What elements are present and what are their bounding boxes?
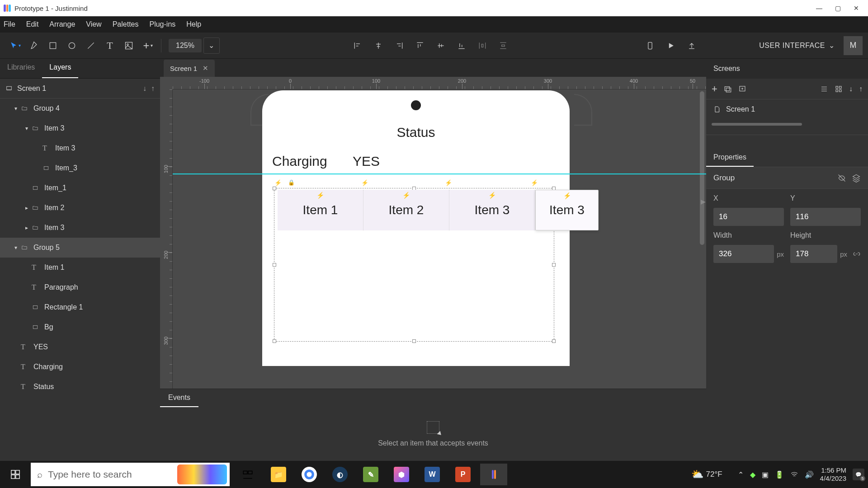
status-title-text[interactable]: Status	[396, 125, 435, 140]
app-icon-2[interactable]: ✎	[357, 464, 384, 485]
justinmind-taskbar-icon[interactable]	[480, 464, 507, 485]
tab-screens[interactable]: Screens	[713, 65, 740, 73]
task-view-icon[interactable]	[234, 464, 261, 485]
file-explorer-icon[interactable]: 📁	[265, 464, 292, 485]
app-icon-1[interactable]: ◐	[326, 464, 354, 485]
link-dimensions-icon[interactable]	[853, 250, 861, 258]
collapse-right-icon[interactable]: ▶	[701, 198, 706, 205]
menu-help[interactable]: Help	[186, 20, 201, 28]
tab-libraries[interactable]: Libraries	[0, 59, 42, 78]
list-item[interactable]: ⚡Item 3	[449, 190, 535, 230]
layer-item[interactable]: TStatus	[0, 377, 160, 397]
menu-palettes[interactable]: Palettes	[113, 20, 139, 28]
device-preview-icon[interactable]	[641, 36, 660, 55]
layer-item[interactable]: TItem 1	[0, 258, 160, 277]
align-left-icon[interactable]	[348, 36, 367, 55]
prop-height-input[interactable]: 178	[790, 245, 837, 263]
tab-layers[interactable]: Layers	[42, 59, 78, 78]
list-item-dragged[interactable]: ⚡Item 3	[535, 190, 599, 230]
add-tool-icon[interactable]: +▾	[138, 36, 157, 55]
resize-handle[interactable]	[273, 339, 276, 343]
menu-file[interactable]: File	[4, 20, 15, 28]
duplicate-screen-icon[interactable]	[724, 85, 732, 93]
window-minimize-button[interactable]: —	[816, 5, 822, 12]
rectangle-tool-icon[interactable]	[43, 36, 62, 55]
align-middle-v-icon[interactable]	[431, 36, 450, 55]
word-icon[interactable]: W	[419, 464, 446, 485]
zoom-level[interactable]: 125%	[169, 39, 202, 52]
upload-icon[interactable]	[682, 36, 701, 55]
distribute-v-icon[interactable]	[494, 36, 513, 55]
ui-mode-label[interactable]: USER INTERFACE	[759, 42, 825, 50]
prop-y-input[interactable]: 116	[790, 208, 861, 226]
chevron-icon[interactable]: ▾	[14, 244, 21, 251]
layer-item[interactable]: TParagraph	[0, 277, 160, 297]
move-down-icon[interactable]: ↓	[143, 84, 146, 93]
ui-mode-chevron-icon[interactable]: ⌄	[829, 41, 835, 50]
app-icon-3[interactable]: ⬢	[388, 464, 415, 485]
layer-item[interactable]: ▸Item 3	[0, 218, 160, 238]
layer-item[interactable]: ▾Item 3	[0, 118, 160, 138]
resize-handle[interactable]	[552, 263, 556, 267]
line-tool-icon[interactable]	[81, 36, 100, 55]
chrome-icon[interactable]	[296, 464, 323, 485]
powerpoint-icon[interactable]: P	[449, 464, 476, 485]
resize-handle[interactable]	[552, 339, 556, 343]
layer-item[interactable]: Bg	[0, 317, 160, 337]
pen-tool-icon[interactable]	[24, 36, 43, 55]
resize-handle[interactable]	[273, 263, 276, 267]
list-view-icon[interactable]	[820, 85, 828, 93]
play-icon[interactable]	[661, 36, 680, 55]
layer-item[interactable]: Item_1	[0, 178, 160, 198]
layer-item[interactable]: Item_3	[0, 158, 160, 178]
layers-stack-icon[interactable]	[852, 174, 861, 183]
charging-label-text[interactable]: Charging	[272, 154, 327, 169]
grid-view-icon[interactable]	[835, 85, 843, 93]
prop-x-input[interactable]: 16	[713, 208, 784, 226]
list-item[interactable]: ⚡Item 1	[278, 190, 363, 230]
menu-plugins[interactable]: Plug-ins	[149, 20, 175, 28]
list-item[interactable]: ⚡Item 2	[363, 190, 449, 230]
add-screen-icon[interactable]: +	[712, 83, 717, 95]
taskbar-search[interactable]: ⌕ Type here to search	[31, 463, 230, 486]
chevron-icon[interactable]: ▸	[25, 205, 32, 211]
chevron-icon[interactable]: ▸	[25, 225, 32, 231]
new-folder-icon[interactable]	[738, 85, 746, 93]
tab-events[interactable]: Events	[160, 389, 198, 407]
tray-meet-icon[interactable]: ▣	[762, 470, 769, 479]
tray-app-icon[interactable]: ◆	[750, 470, 755, 479]
tab-properties[interactable]: Properties	[706, 149, 754, 167]
menu-view[interactable]: View	[86, 20, 101, 28]
align-center-h-icon[interactable]	[369, 36, 388, 55]
volume-icon[interactable]: 🔊	[805, 470, 814, 479]
align-bottom-icon[interactable]	[452, 36, 471, 55]
horizontal-ruler[interactable]: -100010020030040050	[173, 77, 706, 89]
layers-screen-header[interactable]: Screen 1 ↓ ↑	[0, 79, 160, 99]
yes-label-text[interactable]: YES	[353, 154, 380, 169]
select-tool-icon[interactable]: ▾	[5, 36, 24, 55]
window-close-button[interactable]: ✕	[854, 5, 859, 12]
weather-widget[interactable]: ⛅ 72°F	[691, 469, 722, 480]
prop-width-input[interactable]: 326	[713, 245, 774, 263]
battery-icon[interactable]: 🔋	[775, 470, 784, 479]
ellipse-tool-icon[interactable]	[62, 36, 81, 55]
tray-chevron-icon[interactable]: ⌃	[738, 470, 744, 479]
user-avatar[interactable]: M	[844, 36, 863, 55]
layer-item[interactable]: ▾Group 4	[0, 99, 160, 118]
sort-down-icon[interactable]: ↓	[849, 85, 853, 93]
text-tool-icon[interactable]: T	[100, 36, 119, 55]
screen-list-item[interactable]: Screen 1	[706, 99, 868, 119]
notifications-icon[interactable]: 💬	[853, 469, 864, 480]
window-maximize-button[interactable]: ▢	[835, 5, 841, 12]
horizontal-guide[interactable]	[173, 174, 706, 174]
layer-item[interactable]: TCharging	[0, 357, 160, 377]
zoom-dropdown-icon[interactable]: ⌄	[203, 38, 220, 54]
menu-arrange[interactable]: Arrange	[49, 20, 75, 28]
layer-item[interactable]: ▾Group 5	[0, 238, 160, 258]
layer-item[interactable]: Rectangle 1	[0, 297, 160, 317]
move-up-icon[interactable]: ↑	[151, 84, 155, 93]
layer-item[interactable]: TItem 3	[0, 138, 160, 158]
layer-item[interactable]: TYES	[0, 337, 160, 357]
resize-handle[interactable]	[273, 187, 276, 190]
wifi-icon[interactable]	[790, 470, 798, 479]
